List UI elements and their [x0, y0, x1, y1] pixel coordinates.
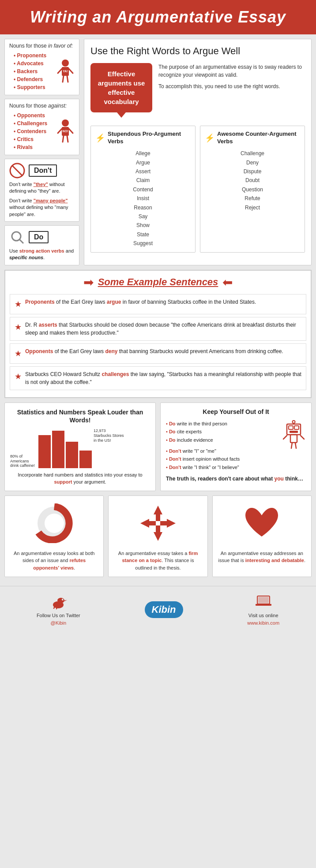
star-icon: ★ [15, 348, 22, 360]
list-item: Deny [205, 158, 300, 167]
list-item: Don't insert opinion without facts [166, 455, 278, 463]
lightning-icon: ⚡ [95, 133, 105, 143]
svg-point-0 [62, 60, 69, 67]
examples-title: Some Example Sentences [98, 276, 218, 288]
section-bottom: An argumentative essay looks at both sid… [4, 495, 312, 577]
heart-icon [242, 506, 282, 541]
example-row: ★ Starbucks CEO Howard Schultz challenge… [10, 366, 306, 390]
svg-line-23 [283, 436, 287, 439]
do-label: Do [29, 231, 49, 243]
list-item: Don't write "I think" or "I believe" [166, 463, 278, 472]
against-row: Opponents Challengers Contenders Critics… [9, 112, 75, 151]
verb-boxes: ⚡ Stupendous Pro-Argument Verbs Allege A… [90, 126, 305, 253]
favor-nouns-box: Nouns for those in favor of: Proponents … [4, 39, 79, 95]
magnify-icon [9, 229, 25, 245]
bottom-desc-3: An argumentative essay addresses an issu… [217, 550, 307, 564]
do-header-row: Do [9, 229, 75, 245]
keep-truth: The truth is, readers don't care about w… [166, 475, 306, 483]
keep-box: Keep Yourself Out of It Do write in the … [160, 402, 312, 491]
list-item: State [95, 230, 191, 239]
stats-box: Statistics and Numbers Speak Louder than… [4, 402, 156, 491]
list-item: Do write in the third person [166, 420, 278, 428]
vocab-bubble: Effective arguments use effective vocabu… [90, 63, 152, 112]
svg-line-4 [63, 76, 64, 82]
svg-point-38 [63, 599, 64, 600]
svg-marker-32 [154, 525, 162, 541]
keep-list: Do write in the third person Do cite exp… [166, 420, 278, 472]
person-ya-icon: YA! [56, 59, 75, 84]
svg-line-3 [69, 69, 73, 73]
svg-marker-33 [140, 519, 156, 528]
list-item: Reason [95, 203, 191, 212]
list-item: Suggest [95, 239, 191, 248]
svg-line-25 [291, 443, 292, 448]
list-item: Allege [95, 149, 191, 158]
svg-line-2 [58, 69, 62, 73]
pro-verb-list: Allege Argue Assert Claim Contend Insist… [95, 149, 191, 248]
list-item: Advocates [14, 60, 53, 67]
list-item: Opponents [14, 112, 53, 119]
svg-rect-43 [258, 597, 269, 603]
pro-verb-title: Stupendous Pro-Argument Verbs [108, 130, 191, 145]
key-word-challenges: challenges [102, 371, 129, 377]
stats-description: Incorporate hard numbers and statistics … [10, 472, 150, 485]
heart-area [217, 501, 307, 545]
svg-rect-20 [294, 426, 299, 429]
list-item: Contend [95, 185, 191, 194]
keep-title: Keep Yourself Out of It [166, 408, 306, 415]
keep-content: Do write in the third person Do cite exp… [166, 420, 306, 472]
list-item: Do cite experts [166, 428, 278, 436]
svg-line-5 [67, 76, 68, 82]
kibin-logo: Kibin [145, 601, 183, 618]
pro-verb-box: ⚡ Stupendous Pro-Argument Verbs Allege A… [90, 126, 196, 253]
donut-chart [34, 503, 74, 543]
example-text: Opponents of the Earl Grey laws deny tha… [25, 347, 283, 355]
list-item: Challengers [14, 119, 53, 127]
svg-point-36 [57, 598, 64, 603]
star-icon: ★ [15, 298, 22, 310]
bar3 [66, 442, 78, 468]
arrow-left-icon: ⬅ [222, 275, 233, 290]
twitter-text: Follow Us on Twitter @Kibin [37, 612, 80, 626]
list-item: Challenge [205, 149, 300, 158]
dont-header-row: Don't [9, 163, 75, 179]
list-item: Don't write "I" or "me" [166, 447, 278, 455]
list-item: Defenders [14, 75, 53, 83]
example-text: Dr. R asserts that Starbucks should be c… [25, 321, 301, 337]
svg-text:NO!: NO! [63, 130, 68, 133]
bottom-box-3: An argumentative essay addresses an issu… [212, 495, 312, 577]
list-item: Supporters [14, 83, 53, 91]
list-item: Do include evidence [166, 436, 278, 444]
robot-icon [282, 420, 306, 451]
svg-line-26 [295, 443, 296, 448]
against-nouns-list: Opponents Challengers Contenders Critics… [14, 112, 53, 151]
svg-line-15 [12, 165, 23, 176]
list-item: Doubt [205, 176, 300, 185]
dont-label: Don't [29, 164, 57, 177]
bottom-box-2: An argumentative essay takes a firm stan… [108, 495, 207, 577]
twitter-bird-icon [49, 592, 67, 610]
vocab-row: Effective arguments use effective vocabu… [90, 63, 305, 112]
list-item: Rivals [14, 143, 53, 151]
against-nouns-box: Nouns for those against: Opponents Chall… [4, 99, 79, 155]
list-item: Contenders [14, 127, 53, 135]
list-item: Backers [14, 67, 53, 75]
stats-title: Statistics and Numbers Speak Louder than… [10, 408, 150, 424]
pro-verb-header: ⚡ Stupendous Pro-Argument Verbs [95, 130, 191, 145]
footer-kibin: Kibin [145, 601, 183, 618]
svg-line-11 [63, 136, 64, 142]
favor-title: Nouns for those in favor of: [9, 43, 75, 49]
svg-rect-19 [289, 426, 293, 429]
keep-dont-list: Don't write "I" or "me" Don't insert opi… [166, 447, 278, 472]
svg-line-17 [19, 239, 23, 243]
person-no-icon: NO! [56, 119, 75, 144]
star-icon: ★ [15, 371, 22, 383]
section-stats-keep: Statistics and Numbers Speak Louder than… [4, 402, 312, 491]
svg-line-24 [301, 436, 304, 439]
keep-do-list: Do write in the third person Do cite exp… [166, 420, 278, 444]
svg-line-10 [69, 129, 73, 133]
vocab-desc2: To accomplish this, you need to use the … [158, 82, 305, 90]
bottom-desc-1: An argumentative essay looks at both sid… [9, 550, 99, 572]
no-sign-icon [9, 163, 25, 179]
counter-verb-box: ⚡ Awesome Counter-Argument Verbs Challen… [200, 126, 305, 253]
